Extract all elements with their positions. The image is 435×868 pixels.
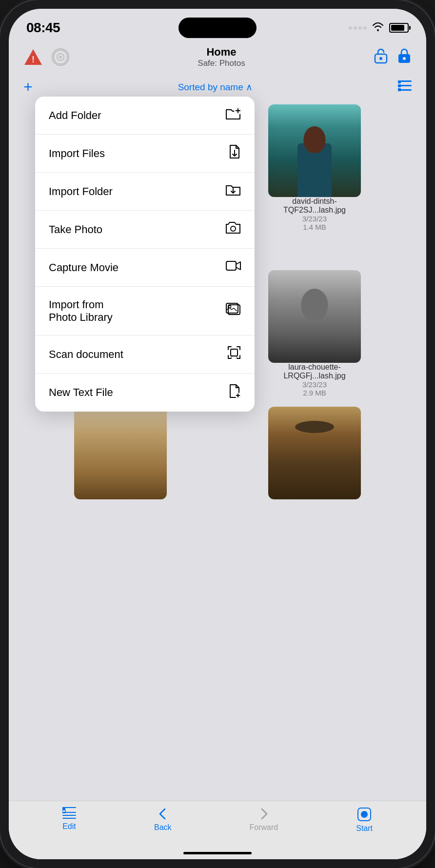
- import-folder-icon: [225, 183, 241, 200]
- svg-rect-16: [226, 261, 236, 270]
- menu-item-import-files[interactable]: Import Files: [35, 135, 255, 173]
- menu-item-scan-doc[interactable]: Scan document: [35, 335, 255, 374]
- menu-item-take-photo[interactable]: Take Photo: [35, 211, 255, 249]
- new-text-file-icon: [228, 384, 241, 402]
- import-files-icon: [228, 144, 241, 162]
- menu-item-capture-movie[interactable]: Capture Movie: [35, 249, 255, 287]
- menu-item-import-photos[interactable]: Import fromPhoto Library: [35, 287, 255, 335]
- menu-label-import-files: Import Files: [49, 147, 105, 160]
- menu-label-take-photo: Take Photo: [49, 223, 102, 236]
- menu-item-add-folder[interactable]: Add Folder: [35, 97, 255, 135]
- video-icon: [225, 260, 241, 275]
- svg-point-15: [231, 226, 236, 231]
- svg-rect-20: [231, 349, 237, 356]
- menu-label-scan-doc: Scan document: [49, 348, 123, 361]
- scan-doc-icon: [227, 345, 241, 363]
- dropdown-menu: Add Folder Import Files: [35, 97, 255, 412]
- menu-label-capture-movie: Capture Movie: [49, 261, 119, 274]
- menu-label-import-folder: Import Folder: [49, 185, 113, 198]
- phone-frame: 08:45: [0, 0, 435, 868]
- menu-label-new-text: New Text File: [49, 386, 113, 399]
- camera-icon: [225, 221, 241, 237]
- phone-screen: 08:45: [9, 9, 426, 859]
- add-folder-icon: [225, 107, 241, 124]
- menu-item-import-folder[interactable]: Import Folder: [35, 173, 255, 211]
- menu-item-new-text[interactable]: New Text File: [35, 374, 255, 412]
- menu-label-import-photos: Import fromPhoto Library: [49, 298, 113, 324]
- menu-label-add-folder: Add Folder: [49, 109, 101, 122]
- photo-library-icon: [225, 302, 241, 319]
